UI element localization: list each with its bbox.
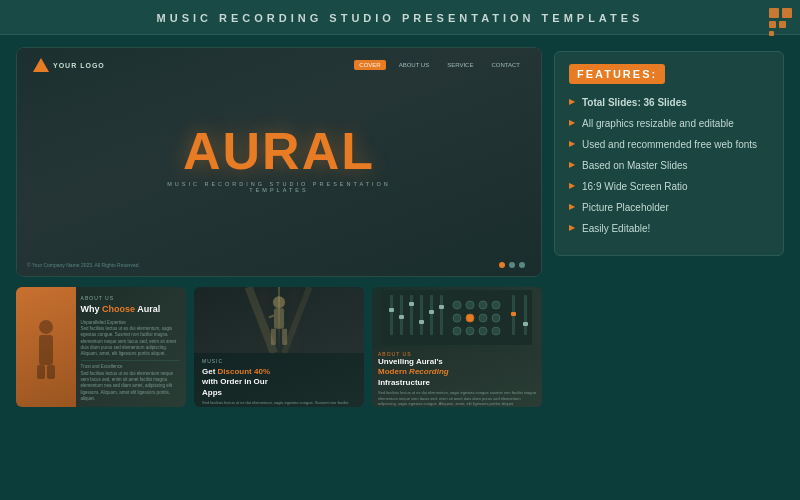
svg-rect-15 bbox=[399, 315, 404, 319]
svg-point-0 bbox=[39, 320, 53, 334]
left-section: YOUR LOGO COVER ABOUT US SERVICE CONTACT… bbox=[16, 47, 542, 487]
logo-triangle-icon bbox=[33, 58, 49, 72]
menu-item-contact[interactable]: CONTACT bbox=[486, 60, 525, 70]
right-section: FEATURES: ▶ Total Slides: 36 Slides ▶ Al… bbox=[554, 47, 784, 487]
feature-text-3: Used and recommended free web fonts bbox=[582, 138, 757, 151]
feature-item-5: ▶ 16:9 Wide Screen Ratio bbox=[569, 180, 769, 193]
concert-background bbox=[194, 287, 364, 353]
aural-subtitle: MUSIC RECORDING STUDIO PRESENTATION TEMP… bbox=[148, 181, 410, 193]
feature-text-1: Total Slides: 36 Slides bbox=[582, 96, 687, 109]
slide-3-title: Unveiling Aural's Modern Recording Infra… bbox=[378, 357, 536, 388]
feature-text-7: Easily Editable! bbox=[582, 222, 650, 235]
svg-point-29 bbox=[466, 314, 474, 322]
feature-item-4: ▶ Based on Master Slides bbox=[569, 159, 769, 172]
svg-point-35 bbox=[492, 327, 500, 335]
decorative-squares bbox=[769, 8, 792, 36]
svg-point-28 bbox=[453, 314, 461, 322]
deco-square bbox=[782, 8, 792, 18]
slide-2-body-text: Sed facilisis lectus ut ex dui elementum… bbox=[202, 400, 356, 407]
svg-rect-16 bbox=[410, 295, 413, 335]
main-preview-card[interactable]: YOUR LOGO COVER ABOUT US SERVICE CONTACT… bbox=[16, 47, 542, 277]
svg-rect-19 bbox=[419, 320, 424, 324]
slide-3-image-area bbox=[372, 287, 542, 347]
preview-logo: YOUR LOGO bbox=[33, 58, 105, 72]
preview-navbar: YOUR LOGO COVER ABOUT US SERVICE CONTACT bbox=[17, 58, 541, 72]
feature-item-6: ▶ Picture Placeholder bbox=[569, 201, 769, 214]
concert-silhouette-icon bbox=[194, 287, 364, 353]
feature-arrow-icon-6: ▶ bbox=[569, 202, 575, 211]
mixer-visual bbox=[372, 287, 542, 347]
slide-2-tag: MUSIC bbox=[202, 358, 356, 364]
svg-rect-5 bbox=[274, 308, 284, 328]
feature-text-4: Based on Master Slides bbox=[582, 159, 688, 172]
svg-rect-13 bbox=[389, 308, 394, 312]
aural-main-title: AURAL bbox=[148, 125, 410, 177]
slide-1-tag: ABOUT US bbox=[81, 295, 180, 301]
svg-point-4 bbox=[273, 296, 285, 308]
menu-item-about[interactable]: ABOUT US bbox=[394, 60, 435, 70]
svg-rect-22 bbox=[440, 295, 443, 335]
person-silhouette-icon bbox=[32, 315, 60, 380]
feature-arrow-icon-7: ▶ bbox=[569, 223, 575, 232]
slide-3-body-text: Sed facilisis lectus ut ex dui elementum… bbox=[378, 390, 536, 407]
main-content: YOUR LOGO COVER ABOUT US SERVICE CONTACT… bbox=[0, 35, 800, 499]
svg-line-9 bbox=[249, 287, 274, 353]
preview-menu: COVER ABOUT US SERVICE CONTACT bbox=[354, 60, 525, 70]
feature-arrow-icon-3: ▶ bbox=[569, 139, 575, 148]
svg-rect-3 bbox=[47, 365, 55, 379]
svg-rect-23 bbox=[439, 305, 444, 309]
slide-card-1[interactable]: ABOUT US Why Choose Aural Unparalleled E… bbox=[16, 287, 186, 407]
slide-card-3[interactable]: ABOUT US Unveiling Aural's Modern Record… bbox=[372, 287, 542, 407]
svg-point-32 bbox=[453, 327, 461, 335]
dot-1[interactable] bbox=[499, 262, 505, 268]
menu-item-service[interactable]: SERVICE bbox=[442, 60, 478, 70]
svg-rect-17 bbox=[409, 302, 414, 306]
svg-rect-38 bbox=[524, 295, 527, 335]
slide-1-body-text2: Sed facilisis lectus ut ex dui elementum… bbox=[81, 371, 180, 402]
slide-1-body-text: Sed facilisis lectus ut ex dui elementum… bbox=[81, 326, 180, 357]
slide-1-image-area bbox=[16, 287, 76, 407]
slide-card-2[interactable]: MUSIC Get Discount 40% with Order in Our… bbox=[194, 287, 364, 407]
slide-3-content: ABOUT US Unveiling Aural's Modern Record… bbox=[372, 347, 542, 407]
slide-1-title: Why Choose Aural bbox=[81, 304, 180, 316]
menu-item-cover[interactable]: COVER bbox=[354, 60, 385, 70]
slide-1-content: ABOUT US Why Choose Aural Unparalleled E… bbox=[81, 295, 180, 402]
dot-2[interactable] bbox=[509, 262, 515, 268]
feature-item-2: ▶ All graphics resizable and editable bbox=[569, 117, 769, 130]
svg-point-24 bbox=[453, 301, 461, 309]
feature-item-7: ▶ Easily Editable! bbox=[569, 222, 769, 235]
feature-arrow-icon-1: ▶ bbox=[569, 97, 575, 106]
svg-point-27 bbox=[492, 301, 500, 309]
deco-square bbox=[769, 31, 774, 36]
deco-square bbox=[769, 21, 776, 28]
svg-rect-2 bbox=[37, 365, 45, 379]
slide-2-content: MUSIC Get Discount 40% with Order in Our… bbox=[194, 353, 364, 407]
logo-text: YOUR LOGO bbox=[53, 62, 105, 69]
features-box: FEATURES: ▶ Total Slides: 36 Slides ▶ Al… bbox=[554, 51, 784, 256]
slide-1-divider bbox=[81, 360, 180, 361]
svg-point-34 bbox=[479, 327, 487, 335]
slide-2-title: Get Discount 40% with Order in OurApps bbox=[202, 367, 356, 398]
svg-rect-18 bbox=[420, 295, 423, 335]
dot-3[interactable] bbox=[519, 262, 525, 268]
preview-copyright: © Your Company Name 2023. All Rights Res… bbox=[27, 262, 140, 268]
slide-2-title-highlight: Discount 40% bbox=[218, 367, 270, 376]
feature-arrow-icon-2: ▶ bbox=[569, 118, 575, 127]
svg-rect-39 bbox=[523, 322, 528, 326]
slide-2-image-area bbox=[194, 287, 364, 353]
svg-line-6 bbox=[269, 315, 274, 317]
preview-navigation-dots bbox=[499, 262, 525, 268]
svg-rect-37 bbox=[511, 312, 516, 316]
svg-point-26 bbox=[479, 301, 487, 309]
deco-square bbox=[769, 8, 779, 18]
feature-text-6: Picture Placeholder bbox=[582, 201, 669, 214]
svg-point-25 bbox=[466, 301, 474, 309]
slide-1-title-highlight: Choose bbox=[102, 304, 135, 314]
aural-title-section: AURAL MUSIC RECORDING STUDIO PRESENTATIO… bbox=[148, 125, 410, 193]
feature-item-3: ▶ Used and recommended free web fonts bbox=[569, 138, 769, 151]
svg-rect-12 bbox=[390, 295, 393, 335]
feature-text-2: All graphics resizable and editable bbox=[582, 117, 734, 130]
feature-arrow-icon-5: ▶ bbox=[569, 181, 575, 190]
feature-item-1: ▶ Total Slides: 36 Slides bbox=[569, 96, 769, 109]
preview-inner: YOUR LOGO COVER ABOUT US SERVICE CONTACT… bbox=[17, 48, 541, 276]
